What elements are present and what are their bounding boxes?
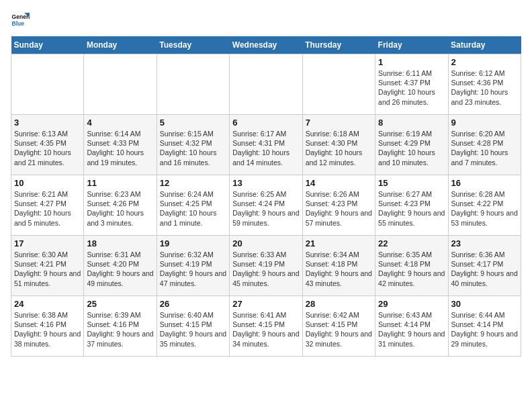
day-number: 22 bbox=[378, 238, 445, 248]
day-number: 12 bbox=[160, 178, 226, 188]
calendar-cell: 20Sunrise: 6:33 AM Sunset: 4:19 PM Dayli… bbox=[230, 236, 302, 296]
calendar-cell: 26Sunrise: 6:40 AM Sunset: 4:15 PM Dayli… bbox=[157, 296, 229, 357]
week-row-5: 24Sunrise: 6:38 AM Sunset: 4:16 PM Dayli… bbox=[11, 296, 521, 357]
day-number: 13 bbox=[232, 178, 299, 188]
weekday-header-saturday: Saturday bbox=[448, 36, 521, 54]
calendar-cell: 23Sunrise: 6:36 AM Sunset: 4:17 PM Dayli… bbox=[448, 236, 521, 296]
calendar-cell: 9Sunrise: 6:20 AM Sunset: 4:28 PM Daylig… bbox=[448, 115, 521, 175]
day-info: Sunrise: 6:23 AM Sunset: 4:26 PM Dayligh… bbox=[87, 189, 153, 228]
day-info: Sunrise: 6:11 AM Sunset: 4:37 PM Dayligh… bbox=[378, 68, 445, 107]
day-info: Sunrise: 6:43 AM Sunset: 4:14 PM Dayligh… bbox=[378, 310, 445, 349]
day-number: 6 bbox=[232, 118, 299, 128]
calendar-cell: 8Sunrise: 6:19 AM Sunset: 4:29 PM Daylig… bbox=[375, 115, 448, 175]
day-number: 28 bbox=[306, 299, 372, 309]
day-info: Sunrise: 6:42 AM Sunset: 4:15 PM Dayligh… bbox=[306, 310, 372, 349]
day-info: Sunrise: 6:33 AM Sunset: 4:19 PM Dayligh… bbox=[232, 250, 299, 288]
page-header: General Blue bbox=[11, 11, 521, 30]
calendar-cell: 2Sunrise: 6:12 AM Sunset: 4:36 PM Daylig… bbox=[448, 54, 521, 115]
calendar-cell: 27Sunrise: 6:41 AM Sunset: 4:15 PM Dayli… bbox=[230, 296, 302, 357]
day-number: 10 bbox=[14, 178, 81, 188]
calendar-cell: 28Sunrise: 6:42 AM Sunset: 4:15 PM Dayli… bbox=[302, 296, 375, 357]
day-info: Sunrise: 6:18 AM Sunset: 4:30 PM Dayligh… bbox=[306, 129, 372, 167]
calendar-cell: 17Sunrise: 6:30 AM Sunset: 4:21 PM Dayli… bbox=[11, 236, 84, 296]
calendar-cell: 3Sunrise: 6:13 AM Sunset: 4:35 PM Daylig… bbox=[11, 115, 84, 175]
weekday-header-tuesday: Tuesday bbox=[157, 36, 229, 54]
day-info: Sunrise: 6:31 AM Sunset: 4:20 PM Dayligh… bbox=[87, 250, 153, 288]
day-number: 30 bbox=[451, 299, 518, 309]
day-number: 23 bbox=[451, 238, 518, 248]
calendar-cell: 7Sunrise: 6:18 AM Sunset: 4:30 PM Daylig… bbox=[302, 115, 375, 175]
day-number: 8 bbox=[378, 118, 445, 128]
day-info: Sunrise: 6:34 AM Sunset: 4:18 PM Dayligh… bbox=[306, 250, 372, 288]
day-number: 29 bbox=[378, 299, 445, 309]
day-info: Sunrise: 6:17 AM Sunset: 4:31 PM Dayligh… bbox=[232, 129, 299, 167]
day-info: Sunrise: 6:26 AM Sunset: 4:23 PM Dayligh… bbox=[306, 189, 372, 228]
day-info: Sunrise: 6:15 AM Sunset: 4:32 PM Dayligh… bbox=[160, 129, 226, 167]
calendar-cell: 29Sunrise: 6:43 AM Sunset: 4:14 PM Dayli… bbox=[375, 296, 448, 357]
day-info: Sunrise: 6:44 AM Sunset: 4:14 PM Dayligh… bbox=[451, 310, 518, 349]
day-number: 18 bbox=[87, 238, 153, 248]
logo-icon: General Blue bbox=[11, 11, 30, 30]
day-number: 24 bbox=[14, 299, 81, 309]
day-info: Sunrise: 6:38 AM Sunset: 4:16 PM Dayligh… bbox=[14, 310, 81, 349]
calendar-cell bbox=[157, 54, 229, 115]
day-number: 3 bbox=[14, 118, 81, 128]
calendar-cell: 22Sunrise: 6:35 AM Sunset: 4:18 PM Dayli… bbox=[375, 236, 448, 296]
calendar-cell: 30Sunrise: 6:44 AM Sunset: 4:14 PM Dayli… bbox=[448, 296, 521, 357]
day-info: Sunrise: 6:24 AM Sunset: 4:25 PM Dayligh… bbox=[160, 189, 226, 228]
day-number: 21 bbox=[306, 238, 372, 248]
day-number: 9 bbox=[451, 118, 518, 128]
calendar-cell: 14Sunrise: 6:26 AM Sunset: 4:23 PM Dayli… bbox=[302, 175, 375, 236]
calendar-cell: 11Sunrise: 6:23 AM Sunset: 4:26 PM Dayli… bbox=[84, 175, 157, 236]
day-number: 20 bbox=[232, 238, 299, 248]
day-info: Sunrise: 6:20 AM Sunset: 4:28 PM Dayligh… bbox=[451, 129, 518, 167]
calendar-table: SundayMondayTuesdayWednesdayThursdayFrid… bbox=[11, 36, 521, 357]
day-number: 17 bbox=[14, 238, 81, 248]
weekday-header-row: SundayMondayTuesdayWednesdayThursdayFrid… bbox=[11, 36, 521, 54]
calendar-cell bbox=[302, 54, 375, 115]
day-number: 4 bbox=[87, 118, 153, 128]
day-number: 1 bbox=[378, 57, 445, 67]
svg-text:Blue: Blue bbox=[12, 20, 25, 27]
week-row-3: 10Sunrise: 6:21 AM Sunset: 4:27 PM Dayli… bbox=[11, 175, 521, 236]
weekday-header-sunday: Sunday bbox=[11, 36, 84, 54]
day-number: 25 bbox=[87, 299, 153, 309]
calendar-cell: 16Sunrise: 6:28 AM Sunset: 4:22 PM Dayli… bbox=[448, 175, 521, 236]
calendar-cell: 18Sunrise: 6:31 AM Sunset: 4:20 PM Dayli… bbox=[84, 236, 157, 296]
day-info: Sunrise: 6:30 AM Sunset: 4:21 PM Dayligh… bbox=[14, 250, 81, 288]
day-info: Sunrise: 6:32 AM Sunset: 4:19 PM Dayligh… bbox=[160, 250, 226, 288]
weekday-header-wednesday: Wednesday bbox=[230, 36, 302, 54]
day-info: Sunrise: 6:25 AM Sunset: 4:24 PM Dayligh… bbox=[232, 189, 299, 228]
day-info: Sunrise: 6:35 AM Sunset: 4:18 PM Dayligh… bbox=[378, 250, 445, 288]
day-info: Sunrise: 6:28 AM Sunset: 4:22 PM Dayligh… bbox=[451, 189, 518, 228]
calendar-cell: 25Sunrise: 6:39 AM Sunset: 4:16 PM Dayli… bbox=[84, 296, 157, 357]
calendar-cell: 13Sunrise: 6:25 AM Sunset: 4:24 PM Dayli… bbox=[230, 175, 302, 236]
calendar-cell: 24Sunrise: 6:38 AM Sunset: 4:16 PM Dayli… bbox=[11, 296, 84, 357]
calendar-cell bbox=[84, 54, 157, 115]
calendar-cell bbox=[11, 54, 84, 115]
day-info: Sunrise: 6:14 AM Sunset: 4:33 PM Dayligh… bbox=[87, 129, 153, 167]
day-info: Sunrise: 6:19 AM Sunset: 4:29 PM Dayligh… bbox=[378, 129, 445, 167]
day-info: Sunrise: 6:36 AM Sunset: 4:17 PM Dayligh… bbox=[451, 250, 518, 288]
calendar-cell: 1Sunrise: 6:11 AM Sunset: 4:37 PM Daylig… bbox=[375, 54, 448, 115]
calendar-cell: 21Sunrise: 6:34 AM Sunset: 4:18 PM Dayli… bbox=[302, 236, 375, 296]
day-number: 26 bbox=[160, 299, 226, 309]
day-number: 7 bbox=[306, 118, 372, 128]
weekday-header-monday: Monday bbox=[84, 36, 157, 54]
day-number: 2 bbox=[451, 57, 518, 67]
day-info: Sunrise: 6:39 AM Sunset: 4:16 PM Dayligh… bbox=[87, 310, 153, 349]
day-info: Sunrise: 6:12 AM Sunset: 4:36 PM Dayligh… bbox=[451, 68, 518, 107]
calendar-cell: 19Sunrise: 6:32 AM Sunset: 4:19 PM Dayli… bbox=[157, 236, 229, 296]
day-info: Sunrise: 6:27 AM Sunset: 4:23 PM Dayligh… bbox=[378, 189, 445, 228]
day-number: 5 bbox=[160, 118, 226, 128]
day-number: 16 bbox=[451, 178, 518, 188]
calendar-cell: 10Sunrise: 6:21 AM Sunset: 4:27 PM Dayli… bbox=[11, 175, 84, 236]
day-info: Sunrise: 6:40 AM Sunset: 4:15 PM Dayligh… bbox=[160, 310, 226, 349]
calendar-cell: 15Sunrise: 6:27 AM Sunset: 4:23 PM Dayli… bbox=[375, 175, 448, 236]
day-info: Sunrise: 6:13 AM Sunset: 4:35 PM Dayligh… bbox=[14, 129, 81, 167]
weekday-header-friday: Friday bbox=[375, 36, 448, 54]
day-info: Sunrise: 6:21 AM Sunset: 4:27 PM Dayligh… bbox=[14, 189, 81, 228]
day-number: 14 bbox=[306, 178, 372, 188]
day-info: Sunrise: 6:41 AM Sunset: 4:15 PM Dayligh… bbox=[232, 310, 299, 349]
weekday-header-thursday: Thursday bbox=[302, 36, 375, 54]
